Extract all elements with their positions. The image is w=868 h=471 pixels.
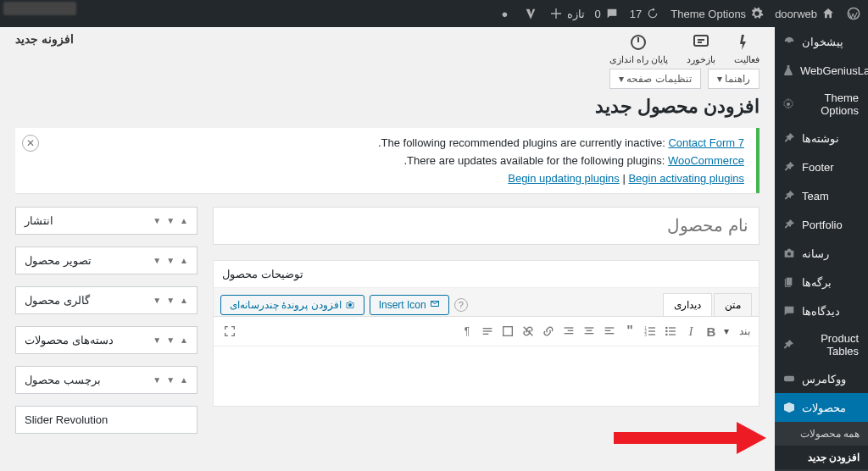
flask-icon xyxy=(782,63,795,78)
adminbar-site[interactable]: doorweb xyxy=(775,6,836,21)
sidebar-item-portfolio[interactable]: Portfolio xyxy=(775,210,868,239)
metabox-toggle[interactable]: ▼ xyxy=(166,335,175,345)
notice-begin-updating[interactable]: Begin updating plugins xyxy=(508,172,620,185)
paragraph-dropdown[interactable]: بند xyxy=(739,325,750,337)
yoast-icon xyxy=(523,6,538,21)
metabox-toggle[interactable]: ▲ xyxy=(180,256,188,265)
metabox-toggle[interactable]: ▼ xyxy=(153,375,161,385)
align-left-icon[interactable] xyxy=(602,324,617,339)
align-center-icon[interactable] xyxy=(581,324,597,339)
sidebar-item-posts[interactable]: نوشته‌ها xyxy=(775,124,868,152)
comment-icon xyxy=(782,303,797,319)
adminbar-comments[interactable]: 0 xyxy=(595,6,620,21)
svg-rect-23 xyxy=(648,330,655,331)
metabox-toggle[interactable]: ▼ xyxy=(153,256,161,265)
sidebar-item-woocommerce[interactable]: ووکامرس xyxy=(775,364,868,393)
ul-icon[interactable] xyxy=(663,324,678,339)
submenu-add-new[interactable]: افزودن جدید xyxy=(775,446,868,469)
quote-icon[interactable]: " xyxy=(622,324,637,339)
top-tab-label: پایان راه اندازی xyxy=(609,54,668,64)
top-tab-activity[interactable]: فعالیت xyxy=(734,32,760,65)
notice-sep: | xyxy=(620,172,629,185)
insert-icon-button[interactable]: Insert Icon xyxy=(370,295,449,315)
fullscreen-icon[interactable] xyxy=(222,324,237,339)
notice-link-contactform7[interactable]: Contact Form 7 xyxy=(668,136,744,149)
copy-icon xyxy=(782,274,797,290)
help-icon[interactable]: ? xyxy=(454,298,468,312)
metabox-toggle[interactable]: ▼ xyxy=(166,296,175,305)
expand-icon[interactable] xyxy=(500,324,515,339)
notice-dismiss-button[interactable]: ✕ xyxy=(22,135,39,152)
adminbar-dot[interactable]: ● xyxy=(498,6,513,21)
italic-icon[interactable]: I xyxy=(683,324,698,339)
metabox-title: Slider Revolution xyxy=(25,413,108,426)
top-tab-label: بازخورد xyxy=(687,54,715,64)
metabox-title: دسته‌های محصولات xyxy=(25,334,114,346)
sidebar-item-products[interactable]: محصولات xyxy=(775,393,868,422)
metabox-product-image: ▲▼▼تصویر محصول xyxy=(15,247,198,274)
metabox-product-categories: ▲▼▼دسته‌های محصولات xyxy=(15,326,198,354)
editor-box-title: توضیحات محصول xyxy=(222,268,303,280)
sidebar-item-comments[interactable]: دیدگاه‌ها xyxy=(775,296,868,325)
svg-rect-29 xyxy=(669,330,676,331)
chat-icon xyxy=(691,32,711,53)
help-tab-button[interactable]: راهنما ▾ xyxy=(708,69,760,89)
metabox-toggle[interactable]: ▲ xyxy=(180,296,188,305)
metabox-toggle[interactable]: ▼ xyxy=(166,216,175,225)
product-title-input[interactable] xyxy=(213,207,760,245)
editor-tab-visual[interactable]: دیداری xyxy=(663,293,712,316)
sidebar-item-media[interactable]: رسانه xyxy=(775,239,868,268)
bold-icon[interactable]: B xyxy=(704,324,719,339)
sidebar-item-theme-options[interactable]: Theme Options xyxy=(775,85,868,124)
metabox-toggle[interactable]: ▲ xyxy=(180,216,188,225)
align-right-icon[interactable] xyxy=(561,324,576,339)
svg-rect-17 xyxy=(605,327,615,328)
page-title: افزودن محصول جدید xyxy=(15,96,760,118)
metabox-toggle[interactable]: ▼ xyxy=(166,375,175,385)
metabox-toggle[interactable]: ▲ xyxy=(180,335,188,345)
pin-icon xyxy=(782,159,797,175)
svg-rect-8 xyxy=(483,330,492,331)
adminbar-wp[interactable] xyxy=(846,6,861,21)
adminbar-updates[interactable]: 17 xyxy=(630,6,660,21)
adminbar-new[interactable]: تازه xyxy=(548,6,585,21)
metabox-toggle[interactable]: ▼ xyxy=(166,256,175,265)
pilcrow-icon[interactable]: ¶ xyxy=(459,324,475,339)
more-icon[interactable] xyxy=(480,324,495,339)
power-icon xyxy=(628,32,648,53)
submenu-all-products[interactable]: همه محصولات xyxy=(775,422,868,446)
top-tab-feedback[interactable]: بازخورد xyxy=(687,32,715,65)
adminbar-yoast[interactable] xyxy=(523,6,538,21)
metabox-slider-revolution: Slider Revolution xyxy=(15,406,198,434)
metabox-toggle[interactable]: ▲ xyxy=(180,375,188,385)
sidebar-item-footer[interactable]: Footer xyxy=(775,152,868,181)
editor-content-area[interactable] xyxy=(214,346,759,406)
editor-tab-text[interactable]: متن xyxy=(714,293,752,316)
svg-rect-18 xyxy=(605,330,611,331)
svg-rect-19 xyxy=(605,333,615,334)
sidebar-item-product-tables[interactable]: Product Tables xyxy=(775,325,868,364)
top-tab-finish-setup[interactable]: پایان راه اندازی xyxy=(609,32,668,65)
editor-toolbar: ¶ " 123 I B ▾ بند xyxy=(214,317,759,346)
notice-begin-activating[interactable]: Begin activating plugins xyxy=(628,172,744,185)
metabox-toggle[interactable]: ▼ xyxy=(153,335,161,345)
screen-options-button[interactable]: تنظیمات صفحه ▾ xyxy=(609,69,701,89)
adminbar-comments-count: 0 xyxy=(595,8,601,20)
metabox-toggle[interactable]: ▼ xyxy=(153,296,161,305)
gear-icon xyxy=(749,6,765,21)
metabox-toggle[interactable]: ▼ xyxy=(153,216,161,225)
add-media-button[interactable]: افزودن پروندهٔ چندرسانه‌ای xyxy=(220,295,364,315)
sidebar-item-team[interactable]: Team xyxy=(775,181,868,210)
sidebar-item-pages[interactable]: برگه‌ها xyxy=(775,268,868,296)
metabox-publish: ▲▼▼انتشار xyxy=(15,207,198,235)
ol-icon[interactable]: 123 xyxy=(643,324,658,339)
sidebar-item-webgeniuslab[interactable]: WebGeniusLab xyxy=(775,56,868,85)
wp-icon xyxy=(846,6,861,21)
sidebar-item-dashboard[interactable]: پیشخوان xyxy=(775,27,868,56)
link-icon[interactable] xyxy=(541,324,556,339)
notice-link-woocommerce[interactable]: WooCommerce xyxy=(668,154,744,167)
comment-icon xyxy=(604,6,620,21)
admin-sidebar: پیشخوان WebGeniusLab Theme Options نوشته… xyxy=(775,27,868,471)
adminbar-theme-options[interactable]: Theme Options xyxy=(670,6,765,21)
unlink-icon[interactable] xyxy=(520,324,536,339)
